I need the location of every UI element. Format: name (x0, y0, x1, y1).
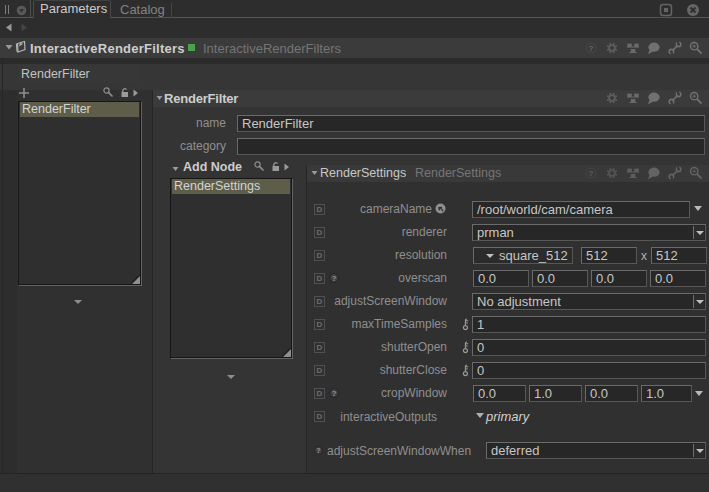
svg-text:?: ? (589, 169, 594, 178)
svg-text:?: ? (316, 447, 320, 454)
svg-text:?: ? (589, 44, 594, 53)
